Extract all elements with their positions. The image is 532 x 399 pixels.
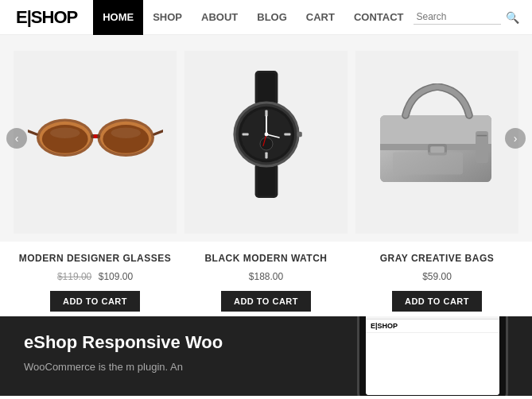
main-nav: HOMESHOPABOUTBLOGCARTCONTACT [93, 0, 413, 35]
price-area-bag: $59.00 [355, 269, 518, 283]
search-icon[interactable]: 🔍 [506, 11, 519, 24]
svg-point-9 [50, 128, 80, 139]
nav-item-contact[interactable]: CONTACT [344, 0, 414, 35]
carousel-next-button[interactable]: › [505, 128, 526, 149]
site-logo[interactable]: E|SHOP [16, 7, 77, 28]
price-area-watch: $188.00 [184, 269, 348, 283]
products-info-row: MODERN DESIGNER GLASSES $119.00 $109.00 … [0, 242, 532, 316]
svg-point-24 [260, 138, 273, 150]
product-info-bag: GRAY CREATIVE BAGS $59.00 ADD TO CART [355, 253, 518, 312]
tablet-outer: iPad ✦ 7:59 PM 86% ■■ E|SHOP [357, 316, 508, 396]
product-card-watch [184, 51, 348, 234]
svg-rect-23 [284, 133, 290, 135]
product-name-watch: BLACK MODERN WATCH [184, 253, 348, 264]
products-row [8, 51, 524, 234]
svg-rect-20 [265, 110, 267, 117]
tablet-logo: E|SHOP [371, 322, 398, 330]
product-info-watch: BLACK MODERN WATCH $188.00 ADD TO CART [184, 253, 348, 312]
product-image-watch [192, 67, 340, 202]
nav-item-shop[interactable]: SHOP [143, 0, 192, 35]
nav-item-home[interactable]: HOME [93, 0, 143, 35]
tablet-signal: 86% ■■ [476, 316, 495, 317]
product-image-bag [363, 67, 511, 202]
nav-item-blog[interactable]: BLOG [247, 0, 297, 35]
nav-item-cart[interactable]: CART [297, 0, 344, 35]
tablet-screen: iPad ✦ 7:59 PM 86% ■■ E|SHOP [366, 316, 499, 395]
price-area-glasses: $119.00 $109.00 [14, 269, 177, 283]
svg-rect-21 [265, 152, 267, 158]
product-card-glasses [14, 51, 177, 234]
svg-rect-35 [430, 146, 445, 153]
svg-rect-13 [257, 72, 274, 103]
site-header: E|SHOP HOMESHOPABOUTBLOGCARTCONTACT 🔍 [0, 0, 532, 35]
product-image-glasses [21, 67, 169, 202]
tablet-device-label: iPad ✦ [371, 316, 388, 317]
svg-point-28 [264, 133, 268, 137]
tablet-nav-bar: E|SHOP [366, 320, 499, 333]
search-area: 🔍 [414, 10, 519, 25]
svg-point-11 [93, 134, 97, 138]
svg-point-10 [111, 128, 140, 139]
bottom-banner: eShop Responsive Woo WooCommerce is the … [0, 316, 532, 396]
tablet-time: 7:59 PM [421, 316, 442, 317]
price-regular-bag: $59.00 [422, 271, 452, 282]
search-input[interactable] [414, 10, 501, 25]
add-to-cart-glasses-button[interactable]: ADD TO CART [50, 291, 140, 312]
price-regular-watch: $188.00 [249, 271, 283, 282]
add-to-cart-watch-button[interactable]: ADD TO CART [221, 291, 311, 312]
tablet-content [366, 333, 499, 395]
carousel-prev-button[interactable]: ‹ [6, 128, 27, 149]
nav-item-about[interactable]: ABOUT [192, 0, 247, 35]
svg-line-7 [28, 131, 37, 134]
product-card-bag [355, 51, 518, 234]
tablet-mockup: iPad ✦ 7:59 PM 86% ■■ E|SHOP [357, 316, 516, 396]
svg-rect-38 [393, 152, 463, 174]
product-name-bag: GRAY CREATIVE BAGS [355, 253, 518, 264]
svg-rect-22 [242, 133, 248, 135]
svg-line-8 [153, 131, 162, 134]
price-sale-glasses: $109.00 [99, 271, 133, 282]
product-name-glasses: MODERN DESIGNER GLASSES [14, 253, 177, 264]
product-carousel-section: ‹ [0, 35, 532, 242]
product-info-glasses: MODERN DESIGNER GLASSES $119.00 $109.00 … [14, 253, 177, 312]
svg-rect-15 [257, 165, 274, 196]
add-to-cart-bag-button[interactable]: ADD TO CART [392, 291, 482, 312]
svg-rect-29 [297, 132, 301, 137]
price-original-glasses: $119.00 [57, 271, 91, 282]
